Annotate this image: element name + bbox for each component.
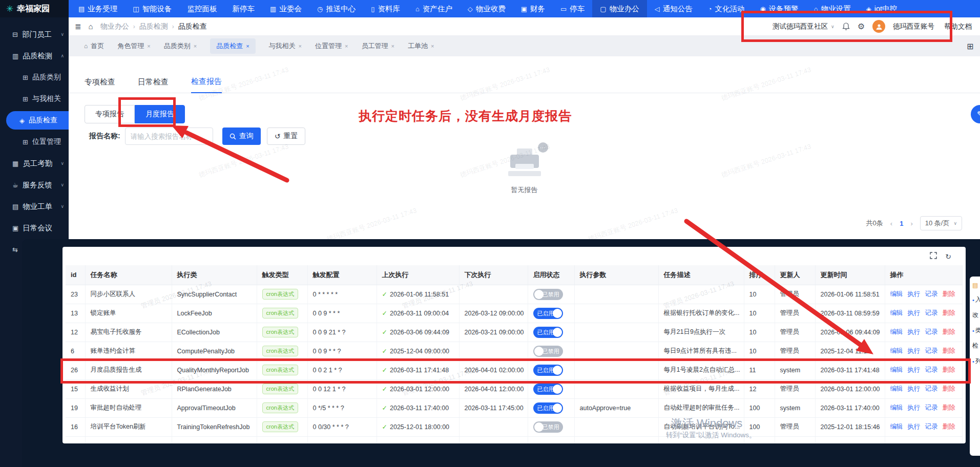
run-link[interactable]: 执行	[908, 290, 921, 298]
close-icon[interactable]: ×	[147, 43, 150, 49]
nav-item[interactable]: ▥业委会	[262, 0, 309, 17]
status-toggle[interactable]: 已禁用	[533, 289, 563, 300]
status-toggle[interactable]: 已启用	[533, 365, 563, 376]
nav-item[interactable]: ⌂物业设置	[806, 0, 859, 17]
run-link[interactable]: 执行	[908, 385, 921, 392]
special-report-button[interactable]: 专项报告	[85, 105, 135, 123]
nav-item[interactable]: ▤业务受理	[71, 0, 125, 17]
community-selector[interactable]: 测试德玛西亚社区 ∨	[773, 22, 835, 31]
nav-item[interactable]: ◇物业收费	[460, 0, 513, 17]
sidebar-item[interactable]: ◈品质检查	[6, 111, 69, 130]
log-link[interactable]: 记录	[925, 347, 938, 354]
prev-page-button[interactable]: ‹	[890, 220, 892, 227]
sidebar-item[interactable]: ▣日常会议	[0, 217, 69, 239]
tab-item[interactable]: ⌂首页	[84, 41, 104, 51]
log-link[interactable]: 记录	[925, 290, 938, 298]
nav-item[interactable]: 监控面板	[180, 0, 225, 17]
delete-link[interactable]: 删除	[943, 423, 955, 430]
edit-link[interactable]: 编辑	[890, 404, 903, 411]
home-icon[interactable]: ⌂	[89, 22, 93, 31]
close-icon[interactable]: ×	[431, 43, 434, 49]
page-size-select[interactable]: 10 条/页 ∨	[920, 216, 962, 230]
nav-item[interactable]: ◈iot中控	[859, 0, 905, 17]
edit-link[interactable]: 编辑	[890, 290, 903, 298]
next-page-button[interactable]: ›	[910, 220, 912, 227]
collapse-menu-icon[interactable]: ≣	[75, 22, 81, 31]
reset-button[interactable]: ↺ 重置	[267, 128, 306, 145]
tab-item[interactable]: 角色管理×	[117, 41, 150, 51]
sidebar-item[interactable]: ⊞品质类别	[0, 67, 69, 88]
status-toggle[interactable]: 已启用	[533, 384, 563, 395]
close-icon[interactable]: ×	[391, 43, 394, 49]
log-link[interactable]: 记录	[925, 404, 938, 411]
run-link[interactable]: 执行	[908, 328, 921, 335]
status-toggle[interactable]: 已启用	[533, 402, 563, 414]
edit-link[interactable]: 编辑	[890, 366, 903, 373]
sidebar-item[interactable]: ⊞与我相关	[0, 88, 69, 110]
notification-bell-icon[interactable]	[842, 23, 850, 31]
nav-item[interactable]: ▣财务	[513, 0, 553, 17]
close-icon[interactable]: ×	[194, 43, 197, 49]
close-icon[interactable]: ×	[299, 43, 302, 49]
run-link[interactable]: 执行	[908, 404, 921, 411]
delete-link[interactable]: 删除	[943, 309, 955, 316]
edit-link[interactable]: 编辑	[890, 309, 903, 316]
refresh-icon[interactable]: ↻	[945, 252, 951, 261]
log-link[interactable]: 记录	[925, 309, 938, 316]
edit-link[interactable]: 编辑	[890, 328, 903, 335]
nav-item[interactable]: ▯资料库	[363, 0, 408, 17]
delete-link[interactable]: 删除	[943, 290, 955, 298]
delete-link[interactable]: 删除	[943, 366, 955, 373]
subtab-item[interactable]: 专项检查	[85, 77, 115, 93]
status-toggle[interactable]: 已启用	[533, 308, 563, 319]
nav-item[interactable]: ◷推送中心	[309, 0, 363, 17]
nav-item[interactable]: ▭停车	[553, 0, 592, 17]
breadcrumb-item[interactable]: 物业办公	[100, 22, 129, 31]
run-link[interactable]: 执行	[908, 347, 921, 354]
edit-link[interactable]: 编辑	[890, 347, 903, 354]
nav-item[interactable]: ▢物业办公	[592, 0, 647, 17]
subtab-item[interactable]: 日常检查	[138, 77, 169, 93]
layout-grid-icon[interactable]: ⊞	[967, 41, 980, 51]
tab-item[interactable]: 位置管理×	[315, 41, 348, 51]
settings-gear-icon[interactable]: ⚙	[858, 22, 865, 31]
edit-link[interactable]: 编辑	[890, 385, 903, 392]
log-link[interactable]: 记录	[925, 423, 938, 430]
sidebar-item[interactable]: ☕服务反馈∨	[0, 174, 69, 196]
run-link[interactable]: 执行	[908, 309, 921, 316]
status-toggle[interactable]: 已禁用	[533, 421, 563, 433]
account-name[interactable]: 德玛西亚账号	[893, 22, 934, 31]
avatar[interactable]	[872, 20, 885, 33]
delete-link[interactable]: 删除	[943, 404, 955, 411]
sidebar-item[interactable]: ⊟部门员工∨	[0, 24, 69, 45]
tab-item[interactable]: 与我相关×	[269, 41, 302, 51]
log-link[interactable]: 记录	[925, 385, 938, 392]
tab-item[interactable]: 员工管理×	[361, 41, 394, 51]
help-doc-link[interactable]: 帮助文档	[944, 22, 980, 31]
log-link[interactable]: 记录	[925, 366, 938, 373]
delete-link[interactable]: 删除	[943, 385, 955, 392]
sidebar-item[interactable]: ▤物业工单∨	[0, 196, 69, 217]
fullscreen-icon[interactable]	[930, 252, 937, 261]
nav-item[interactable]: ◫智能设备	[125, 0, 179, 17]
nav-item[interactable]: ◔文化活动	[700, 0, 753, 17]
delete-link[interactable]: 删除	[943, 328, 955, 335]
status-toggle[interactable]: 已禁用	[533, 346, 563, 357]
breadcrumb-item[interactable]: 品质检测	[139, 22, 168, 31]
edit-link[interactable]: 编辑	[890, 423, 903, 430]
sidebar-item[interactable]: ▦员工考勤∨	[0, 153, 69, 174]
nav-item[interactable]: ⌂资产住户	[408, 0, 460, 17]
run-link[interactable]: 执行	[908, 423, 921, 430]
run-link[interactable]: 执行	[908, 366, 921, 373]
close-icon[interactable]: ×	[246, 43, 249, 49]
status-toggle[interactable]: 已启用	[533, 327, 563, 338]
tab-active[interactable]: 品质检查×	[210, 38, 255, 54]
subtab-active[interactable]: 检查报告	[191, 77, 222, 93]
tab-item[interactable]: 品质类别×	[164, 41, 197, 51]
log-link[interactable]: 记录	[925, 328, 938, 335]
sidebar-item[interactable]: ▥品质检测∧	[0, 45, 69, 67]
sidebar-item[interactable]: ⊞位置管理	[0, 131, 69, 153]
nav-item[interactable]: ◁通知公告	[647, 0, 700, 17]
report-name-input[interactable]	[125, 128, 213, 145]
close-icon[interactable]: ×	[345, 43, 348, 49]
